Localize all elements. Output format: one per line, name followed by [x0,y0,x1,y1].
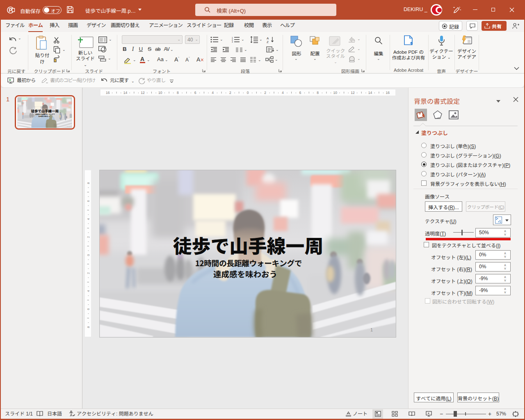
svg-text:0: 0 [87,254,90,256]
svg-text:4: 4 [87,290,90,292]
svg-text:8: 8 [177,91,179,95]
svg-text:Z: Z [267,40,269,43]
svg-text:6: 6 [87,308,90,310]
svg-text:8: 8 [87,182,90,184]
svg-text:16: 16 [106,91,110,95]
svg-text:8: 8 [87,326,90,328]
svg-text:4: 4 [282,91,284,95]
svg-text:6: 6 [87,200,90,202]
svg-text:0: 0 [247,91,249,95]
svg-text:6: 6 [299,91,301,95]
svg-text:8: 8 [317,91,319,95]
svg-text:A: A [267,37,269,40]
svg-text:3: 3 [232,41,233,43]
svg-text:2: 2 [87,272,90,274]
svg-text:10: 10 [333,91,337,95]
svg-text:2: 2 [229,91,231,95]
svg-text:4: 4 [87,218,90,220]
svg-text:4: 4 [212,91,214,95]
svg-text:6: 6 [194,91,196,95]
svg-text:2: 2 [87,236,90,238]
svg-text:P: P [9,7,12,13]
svg-text:16: 16 [386,91,390,95]
svg-text:12: 12 [351,91,355,95]
svg-text:10: 10 [158,91,162,95]
svg-text:14: 14 [123,91,128,95]
svg-text:2: 2 [264,91,266,95]
svg-text:12: 12 [141,91,145,95]
svg-text:14: 14 [368,91,372,95]
